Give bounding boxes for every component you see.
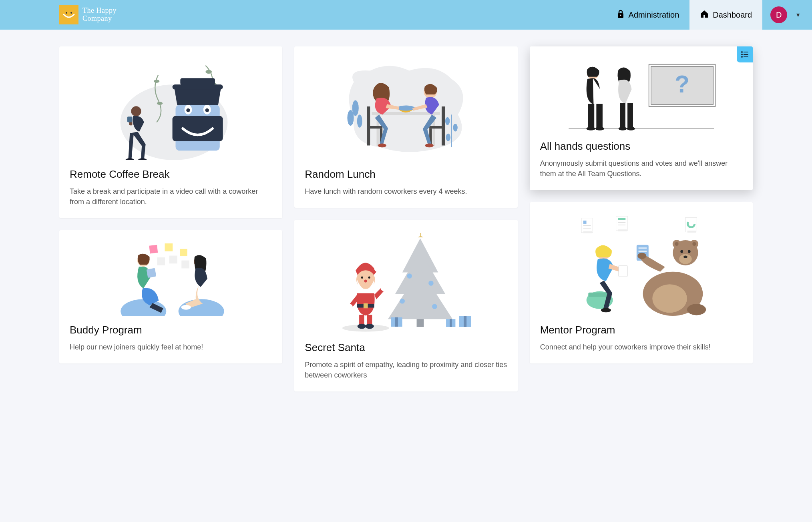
illustration-lunch xyxy=(305,56,507,160)
svg-point-136 xyxy=(683,256,687,258)
svg-point-98 xyxy=(586,127,595,130)
svg-point-127 xyxy=(652,284,687,313)
brand-logo[interactable]: The Happy Company xyxy=(59,5,117,24)
svg-point-85 xyxy=(741,51,743,53)
svg-rect-90 xyxy=(744,56,748,57)
svg-point-84 xyxy=(366,324,374,329)
svg-point-99 xyxy=(595,127,604,130)
svg-point-18 xyxy=(131,106,141,116)
svg-point-49 xyxy=(378,144,386,148)
svg-point-76 xyxy=(364,280,367,283)
main-content: Remote Coffee Break Take a break and par… xyxy=(0,30,812,408)
svg-point-133 xyxy=(679,254,692,264)
svg-point-79 xyxy=(347,304,353,310)
illustration-buddy xyxy=(70,240,272,316)
svg-point-75 xyxy=(368,277,370,279)
svg-rect-27 xyxy=(169,256,177,264)
svg-point-103 xyxy=(618,127,627,130)
svg-point-80 xyxy=(381,285,386,291)
svg-point-15 xyxy=(205,108,209,112)
card-mentor-program[interactable]: Mentor Program Connect and help your cow… xyxy=(530,202,753,363)
card-remote-coffee-break[interactable]: Remote Coffee Break Take a break and par… xyxy=(59,46,282,218)
illustration-coffee xyxy=(70,56,272,160)
illustration-questions: ? xyxy=(540,56,742,132)
list-icon xyxy=(737,46,753,62)
svg-rect-23 xyxy=(149,245,158,254)
svg-rect-31 xyxy=(147,268,157,278)
card-title: Mentor Program xyxy=(540,324,742,336)
card-grid: Remote Coffee Break Take a break and par… xyxy=(59,46,753,392)
svg-rect-17 xyxy=(180,78,215,85)
svg-rect-117 xyxy=(687,231,696,233)
svg-rect-60 xyxy=(417,319,424,327)
svg-rect-106 xyxy=(583,221,586,224)
card-random-lunch[interactable]: Random Lunch Have lunch with random cowo… xyxy=(294,46,517,208)
svg-point-9 xyxy=(157,102,163,105)
card-description: Help our new joiners quickly feel at hom… xyxy=(70,342,272,352)
svg-point-8 xyxy=(154,80,159,83)
card-secret-santa[interactable]: Secret Santa Promote a spirit of empathy… xyxy=(294,220,517,392)
svg-point-62 xyxy=(428,281,434,286)
svg-point-132 xyxy=(692,242,696,246)
card-title: All hands questions xyxy=(540,140,742,153)
card-description: Take a break and participate in a video … xyxy=(70,186,272,207)
svg-rect-52 xyxy=(429,126,445,129)
svg-point-134 xyxy=(680,250,683,253)
svg-rect-101 xyxy=(620,103,625,128)
svg-point-36 xyxy=(348,110,354,126)
card-description: Connect and help your coworkers improve … xyxy=(540,342,742,352)
svg-point-74 xyxy=(361,277,363,279)
svg-rect-88 xyxy=(744,54,748,55)
card-description: Promote a spirit of empathy, leading to … xyxy=(305,359,507,380)
svg-point-125 xyxy=(601,308,611,312)
svg-point-83 xyxy=(358,324,366,329)
svg-rect-78 xyxy=(364,303,368,309)
svg-point-1 xyxy=(70,12,72,14)
svg-text:?: ? xyxy=(675,70,689,98)
card-title: Buddy Program xyxy=(70,324,272,336)
nav-administration[interactable]: Administration xyxy=(606,0,690,30)
card-title: Secret Santa xyxy=(305,341,507,354)
app-header: The Happy Company Administration Dashboa… xyxy=(0,0,812,30)
svg-point-64 xyxy=(432,304,437,309)
user-menu[interactable]: D ▼ xyxy=(762,0,812,30)
card-buddy-program[interactable]: Buddy Program Help our new joiners quick… xyxy=(59,230,282,363)
svg-point-137 xyxy=(637,253,646,259)
svg-rect-24 xyxy=(165,243,173,251)
card-description: Anonymously submit questions and votes a… xyxy=(540,158,742,179)
svg-rect-105 xyxy=(581,218,593,233)
card-title: Remote Coffee Break xyxy=(70,168,272,181)
svg-rect-47 xyxy=(367,126,382,129)
svg-rect-20 xyxy=(127,116,133,122)
svg-point-13 xyxy=(186,108,190,112)
svg-point-21 xyxy=(138,158,147,160)
nav-dashboard[interactable]: Dashboard xyxy=(689,0,762,30)
svg-point-40 xyxy=(446,133,450,141)
chevron-down-icon: ▼ xyxy=(795,12,801,18)
illustration-santa xyxy=(305,229,507,333)
svg-point-34 xyxy=(181,305,191,310)
svg-point-138 xyxy=(687,304,706,315)
svg-point-54 xyxy=(425,144,434,148)
svg-point-22 xyxy=(125,158,134,160)
svg-point-61 xyxy=(407,273,412,279)
svg-rect-82 xyxy=(367,315,372,325)
svg-rect-81 xyxy=(359,315,364,325)
svg-point-63 xyxy=(400,299,405,304)
card-all-hands-questions[interactable]: ? xyxy=(530,46,753,190)
logo-icon xyxy=(59,5,78,24)
svg-rect-25 xyxy=(180,249,187,256)
svg-rect-102 xyxy=(627,103,633,128)
svg-rect-96 xyxy=(588,104,594,128)
svg-point-72 xyxy=(374,266,380,272)
nav-label: Dashboard xyxy=(713,10,752,20)
svg-rect-68 xyxy=(450,319,452,327)
svg-rect-122 xyxy=(619,265,627,277)
lock-icon xyxy=(617,10,625,20)
svg-point-89 xyxy=(741,56,743,58)
svg-rect-26 xyxy=(157,257,165,265)
svg-point-131 xyxy=(675,242,678,246)
card-title: Random Lunch xyxy=(305,168,507,181)
nav-label: Administration xyxy=(629,10,679,20)
svg-point-3 xyxy=(620,14,621,16)
